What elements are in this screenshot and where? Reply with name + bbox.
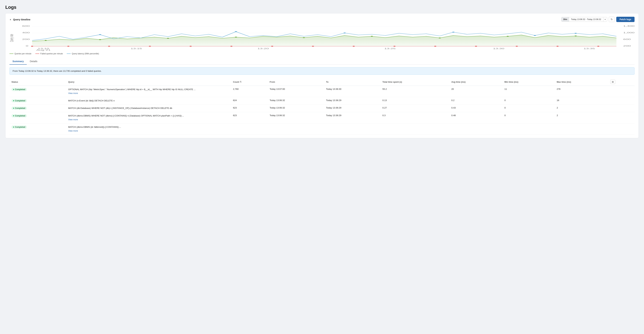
status-badge: Completed <box>12 107 27 110</box>
tab-details[interactable]: Details <box>27 58 40 65</box>
tab-summary[interactable]: Summary <box>10 58 27 65</box>
table-row: CompletedMATCH (dbms:DBMS {id: $dbmsId})… <box>10 123 634 135</box>
cell-max-time: 278 <box>555 86 608 97</box>
collapse-icon[interactable]: ▲ <box>10 18 12 20</box>
query-timeline-title: ▲ Query timeline <box>10 18 30 21</box>
chart-svg: 600 400 200 0 Query rate 1,400 1,000 600… <box>10 25 634 51</box>
y-axis-400: 400 <box>22 32 30 34</box>
blue-dot <box>344 33 346 33</box>
cell-query: MATCH (dbms:DBMS {id: $dbmsId})-[:CONTAI… <box>66 123 231 135</box>
status-badge: Completed <box>12 125 27 129</box>
cell-to: Today 13:36:30 <box>324 86 380 97</box>
view-more-link[interactable]: View more <box>68 92 229 95</box>
cell-min-time <box>502 123 555 135</box>
status-dot <box>13 100 14 101</box>
time-range-text: Today 13:06:32 - Today 13:36:32 <box>569 17 603 21</box>
table-row: CompletedMATCH (dbms:DBMS) WHERE NOT (db… <box>10 112 634 123</box>
cell-avg-time <box>449 123 502 135</box>
green-dot <box>99 39 101 40</box>
cell-query: MATCH (db:Database) WHERE NOT (db)<-[:IN… <box>66 105 231 112</box>
cell-status: Completed <box>10 86 66 97</box>
green-dot <box>371 36 373 37</box>
legend-latency: Query latency (99th percentile) <box>67 52 99 55</box>
col-max-time: Max time (ms) <box>555 78 608 86</box>
cell-total-time: 0.27 <box>380 105 449 112</box>
legend-fqpm-label: Failed queries per minute <box>40 52 63 55</box>
green-dot <box>44 40 47 41</box>
timeline-controls: 30m Today 13:06:32 - Today 13:36:32 ▾ ↻ … <box>561 17 634 22</box>
x-label-1325: 13:25 <box>384 48 396 49</box>
cell-count <box>231 123 268 135</box>
green-dot <box>574 36 577 36</box>
cell-actions <box>608 112 634 123</box>
table-row: CompletedMATCH (n:Event {id: $id}) DETAC… <box>10 97 634 105</box>
query-table: Status Query Count ⇅ From <box>10 78 634 135</box>
cell-status: Completed <box>10 112 66 123</box>
green-dot <box>439 38 441 38</box>
x-label-1315: 13:15 <box>131 48 142 49</box>
cell-avg-time: 0.43 <box>449 105 502 112</box>
fetch-logs-button[interactable]: Fetch logs <box>616 17 634 22</box>
view-more-link[interactable]: View more <box>68 118 229 121</box>
cell-count: 623 <box>231 112 268 123</box>
legend-fqpm-color <box>35 53 39 54</box>
view-more-link[interactable]: View more <box>68 129 229 133</box>
right-y-2: 1,000 <box>623 32 634 34</box>
cell-actions <box>608 86 634 97</box>
right-y-4: 200 <box>623 45 631 47</box>
query-text: MATCH (db:Database) WHERE NOT (db)<-[:IN… <box>68 107 172 109</box>
col-count[interactable]: Count ⇅ <box>231 78 268 86</box>
time-range-dropdown-icon[interactable]: ▾ <box>603 17 607 21</box>
cell-total-time: 0.3 <box>380 112 449 123</box>
green-dot <box>235 37 237 38</box>
cell-actions <box>608 123 634 135</box>
cell-max-time <box>555 123 608 135</box>
legend-latency-label: Query latency (99th percentile) <box>72 52 99 55</box>
table-row: CompletedMATCH (db:Database) WHERE NOT (… <box>10 105 634 112</box>
cell-from <box>268 123 324 135</box>
green-dot <box>303 37 305 38</box>
col-min-time: Min time (ms) <box>502 78 555 86</box>
query-timeline-header: ▲ Query timeline 30m Today 13:06:32 - To… <box>10 17 634 22</box>
cell-status: Completed <box>10 123 66 135</box>
table-body: CompletedOPTIONAL MATCH (hlp:`MetricSpec… <box>10 86 634 135</box>
blue-dot <box>235 31 237 32</box>
cell-total-time: 0.13 <box>380 97 449 105</box>
query-rate-label: Query rate <box>10 34 14 42</box>
status-dot <box>13 89 14 90</box>
cell-status: Completed <box>10 105 66 112</box>
cell-min-time: 11 <box>502 86 555 97</box>
col-status: Status <box>10 78 66 86</box>
query-table-container: Status Query Count ⇅ From <box>10 78 634 135</box>
blue-dot <box>574 33 577 34</box>
col-from: From <box>268 78 324 86</box>
refresh-button[interactable]: ↻ <box>609 17 614 22</box>
cell-to <box>324 123 380 135</box>
right-y-3: 600 <box>623 38 631 40</box>
green-area <box>32 35 616 46</box>
cell-from: Today 13:07:00 <box>268 86 324 97</box>
cell-min-time: 0 <box>502 97 555 105</box>
status-badge: Completed <box>12 99 27 102</box>
right-y-1: 1,400 <box>623 25 634 27</box>
col-to: To <box>324 78 380 86</box>
table-columns-toggle[interactable]: ⊞ <box>610 80 615 84</box>
blue-dot <box>534 35 536 36</box>
cell-avg-time: 0.48 <box>449 112 502 123</box>
cell-total-time: 55.2 <box>380 86 449 97</box>
y-axis-0: 0 <box>26 45 28 47</box>
cell-max-time: 2 <box>555 112 608 123</box>
x-label-aug21: Aug 21 <box>36 49 50 51</box>
time-range-selector[interactable]: 30m Today 13:06:32 - Today 13:36:32 ▾ <box>561 17 607 22</box>
col-actions: ⊞ <box>608 78 634 86</box>
status-dot <box>13 108 14 109</box>
info-banner-text: From Today 13:06:32 to Today 13:36:32, t… <box>12 70 102 72</box>
query-text: MATCH (n:Event {id: $id}) DETACH DELETE … <box>68 99 115 102</box>
cell-max-time: 16 <box>555 97 608 105</box>
legend-qpm: Queries per minute <box>10 52 31 55</box>
cell-query: MATCH (n:Event {id: $id}) DETACH DELETE … <box>66 97 231 105</box>
col-query: Query <box>66 78 231 86</box>
cell-to: Today 13:36:29 <box>324 112 380 123</box>
page-title: Logs <box>5 5 639 10</box>
cell-status: Completed <box>10 97 66 105</box>
